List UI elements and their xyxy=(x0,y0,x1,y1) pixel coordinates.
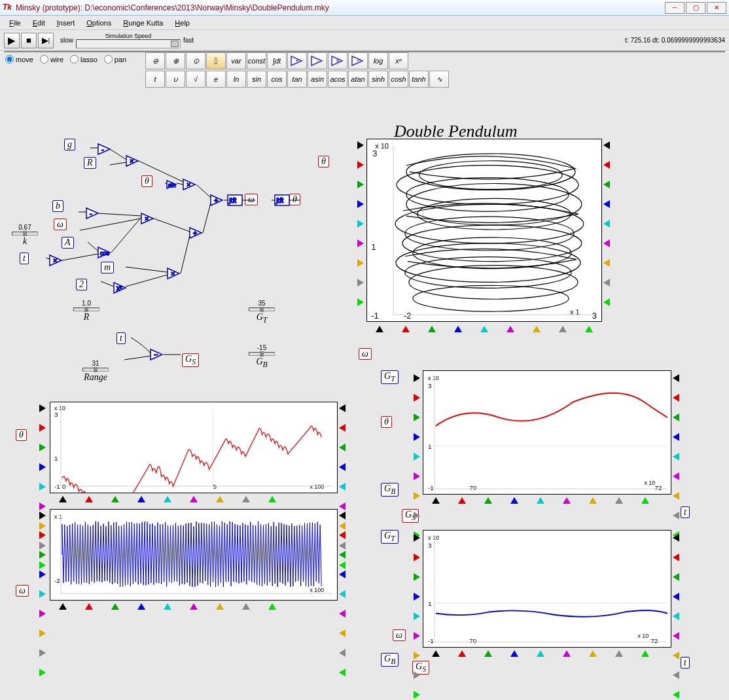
plot-connector[interactable] xyxy=(603,200,610,208)
plot-connector[interactable] xyxy=(357,279,364,287)
plot-connector[interactable] xyxy=(414,652,420,659)
plot-connector[interactable] xyxy=(510,650,518,657)
plot-connector[interactable] xyxy=(458,650,466,657)
mode-lasso[interactable]: lasso xyxy=(70,55,98,63)
plot4-input-theta[interactable]: θ xyxy=(381,416,392,428)
slider-GB[interactable]: -15 GB xyxy=(249,344,275,369)
plot-connector[interactable] xyxy=(589,497,597,504)
plot-connector[interactable] xyxy=(339,551,346,559)
plot-connector[interactable] xyxy=(39,570,46,578)
plot-connector[interactable] xyxy=(673,553,679,561)
plot-connector[interactable] xyxy=(414,394,420,402)
plot-connector[interactable] xyxy=(673,472,679,480)
plot-connector[interactable] xyxy=(242,496,250,502)
menu-help[interactable]: Help xyxy=(169,18,195,28)
mode-move[interactable]: move xyxy=(5,55,33,63)
plot-connector[interactable] xyxy=(137,496,145,502)
plot-connector[interactable] xyxy=(414,612,420,620)
plot-connector[interactable] xyxy=(603,298,610,306)
palette-xⁿ[interactable]: xⁿ xyxy=(389,52,408,69)
palette-ln[interactable]: ln xyxy=(226,71,246,88)
plot-connector[interactable] xyxy=(563,650,571,657)
plot-connector[interactable] xyxy=(357,141,364,149)
menu-edit[interactable]: Edit xyxy=(27,18,50,28)
palette-cos[interactable]: cos xyxy=(267,71,287,88)
palette-∫dt[interactable]: ∫dt xyxy=(267,52,287,69)
plot-connector[interactable] xyxy=(216,603,224,610)
plot-connector[interactable] xyxy=(673,413,679,421)
plot5-input-t[interactable]: t xyxy=(681,657,690,669)
plot-connector[interactable] xyxy=(414,472,420,480)
plot-connector[interactable] xyxy=(673,573,679,581)
plot-connector[interactable] xyxy=(484,497,492,504)
plot5-input-GB[interactable]: GB xyxy=(381,653,399,667)
plot-connector[interactable] xyxy=(414,671,420,679)
plot3-input-omega[interactable]: ω xyxy=(16,585,29,597)
plot-connector[interactable] xyxy=(432,650,440,657)
speed-slider[interactable] xyxy=(76,39,181,48)
plot-connector[interactable] xyxy=(414,492,420,500)
palette-tanh[interactable]: tanh xyxy=(409,71,429,88)
plot-connector[interactable] xyxy=(339,531,346,539)
plot4-input-t[interactable]: t xyxy=(681,506,690,518)
palette-asin[interactable]: asin xyxy=(308,71,327,88)
plot-connector[interactable] xyxy=(39,590,46,598)
palette-▷÷[interactable]: ÷ xyxy=(348,52,368,69)
plot5-input-GT[interactable]: GT xyxy=(381,530,399,544)
plot-connector[interactable] xyxy=(339,512,346,519)
plot-connector[interactable] xyxy=(39,463,46,471)
menu-runge-kutta[interactable]: Runge Kutta xyxy=(118,18,168,28)
plot-connector[interactable] xyxy=(603,279,610,287)
plot-connector[interactable] xyxy=(603,161,610,169)
plot-input-omega[interactable]: ω xyxy=(359,348,372,360)
palette-const[interactable]: const xyxy=(247,52,266,69)
plot-connector[interactable] xyxy=(39,551,46,559)
play-button[interactable]: ▶ xyxy=(4,33,20,48)
palette-e[interactable]: e xyxy=(206,71,226,88)
plot-connector[interactable] xyxy=(402,326,410,332)
plot-connector[interactable] xyxy=(111,496,119,502)
plot-connector[interactable] xyxy=(268,603,276,610)
plot-connector[interactable] xyxy=(85,496,93,502)
plot-connector[interactable] xyxy=(559,326,567,332)
plot-connector[interactable] xyxy=(589,650,597,657)
plot-connector[interactable] xyxy=(59,603,67,610)
palette-t[interactable]: t xyxy=(145,71,165,88)
plot-connector[interactable] xyxy=(339,424,346,432)
palette-▷+[interactable]: + xyxy=(287,52,307,69)
palette-tan[interactable]: tan xyxy=(287,71,307,88)
plot-connector[interactable] xyxy=(164,603,171,610)
plot-connector[interactable] xyxy=(339,444,346,451)
plot-connector[interactable] xyxy=(414,593,420,601)
slider-k[interactable]: 0.67 k xyxy=(12,224,38,247)
maximize-button[interactable]: ▢ xyxy=(686,2,705,14)
slider-R[interactable]: 1.0 R xyxy=(73,300,99,323)
plot-theta-zoom[interactable]: x 103 1-1 70x 10 72 xyxy=(423,370,671,495)
plot2-input-theta[interactable]: θ xyxy=(16,429,27,441)
plot-connector[interactable] xyxy=(268,496,276,502)
plot-connector[interactable] xyxy=(137,603,145,610)
plot-connector[interactable] xyxy=(339,629,346,637)
plot-connector[interactable] xyxy=(414,413,420,421)
plot-connector[interactable] xyxy=(339,502,346,510)
plot-connector[interactable] xyxy=(339,483,346,491)
plot-connector[interactable] xyxy=(673,593,679,601)
plot-connector[interactable] xyxy=(480,326,488,332)
plot-connector[interactable] xyxy=(357,200,364,208)
plot-connector[interactable] xyxy=(432,497,440,504)
palette-acos[interactable]: acos xyxy=(328,71,347,88)
plot-connector[interactable] xyxy=(216,496,224,502)
plot-connector[interactable] xyxy=(357,161,364,169)
palette-√[interactable]: √ xyxy=(186,71,205,88)
palette-▷-[interactable]: - xyxy=(308,52,327,69)
plot-connector[interactable] xyxy=(603,239,610,247)
plot-connector[interactable] xyxy=(357,220,364,228)
plot-connector[interactable] xyxy=(673,671,679,679)
mode-wire[interactable]: wire xyxy=(40,55,63,63)
plot-connector[interactable] xyxy=(673,632,679,640)
plot-omega-zoom[interactable]: x 103 1-1 70x 10 72 xyxy=(423,530,671,648)
minimize-button[interactable]: ─ xyxy=(665,2,685,14)
plot-connector[interactable] xyxy=(414,453,420,461)
plot-connector[interactable] xyxy=(641,650,649,657)
plot-connector[interactable] xyxy=(673,512,679,519)
